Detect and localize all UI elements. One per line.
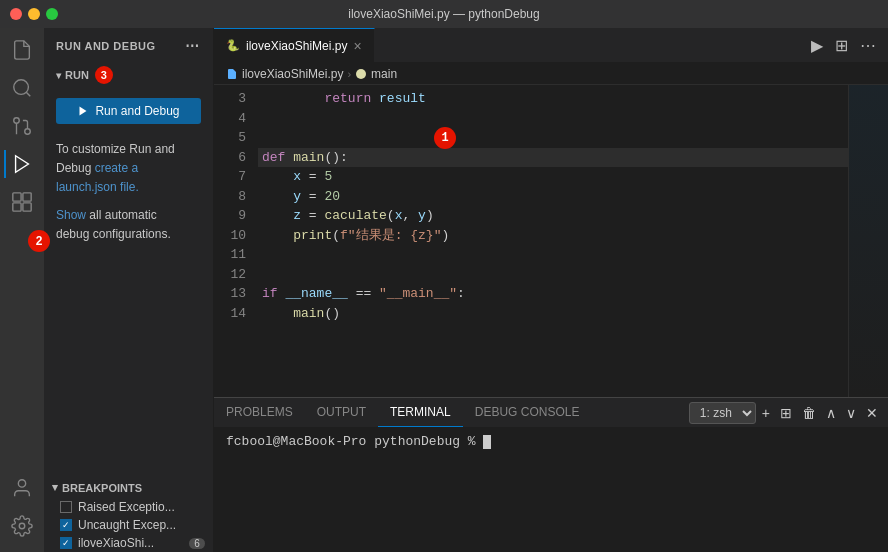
editor-tab-main[interactable]: 🐍 iloveXiaoShiMei.py × [214,28,375,62]
activity-icon-explorer[interactable] [4,32,40,68]
breakpoint-item-0: Raised Exceptio... [44,498,213,516]
activity-icon-run-debug[interactable] [4,146,40,182]
maximize-button[interactable] [46,8,58,20]
terminal-dropdown[interactable]: 1: zsh [689,402,756,424]
line-number-10: 10 [214,226,246,246]
run-debug-button-label: Run and Debug [95,104,179,118]
code-line-8: y = 20 [258,187,848,207]
breakpoints-chevron-icon: ▾ [52,481,58,494]
activity-icon-account[interactable] [4,470,40,506]
breadcrumb: iloveXiaoShiMei.py › main [214,63,888,85]
minimize-panel-icon[interactable]: ∨ [842,403,860,423]
svg-point-3 [14,118,20,124]
panel-tab-terminal[interactable]: TERMINAL [378,398,463,427]
activity-icon-source-control[interactable] [4,108,40,144]
panel-tab-output[interactable]: OUTPUT [305,398,378,427]
breakpoint-checkbox-2[interactable] [60,537,72,549]
panel-tab-right-controls: 1: zsh + ⊞ 🗑 ∧ ∨ ✕ [689,398,888,427]
panel-tabs: PROBLEMS OUTPUT TERMINAL DEBUG CONSOLE 1… [214,398,888,428]
code-line-5 [258,128,848,148]
minimize-button[interactable] [28,8,40,20]
terminal-content[interactable]: fcbool@MacBook-Pro pythonDebug % [214,428,888,552]
split-editor-icon[interactable]: ⊞ [831,34,852,57]
breakpoint-label-1: Uncaught Excep... [78,518,205,532]
svg-marker-5 [16,156,29,173]
code-content[interactable]: return result def main(): x = 5 y = 20 [258,85,848,397]
minimap [848,85,888,397]
activity-icon-settings[interactable] [4,508,40,544]
run-icon[interactable]: ▶ [807,34,827,57]
svg-point-13 [356,69,366,79]
activity-bar [0,28,44,552]
annotation-1: 1 [434,127,456,149]
activity-icon-search[interactable] [4,70,40,106]
breakpoint-item-2: iloveXiaoShi... 6 [44,534,213,552]
sidebar-settings-icon[interactable]: ⋯ [183,36,202,56]
svg-rect-8 [13,203,21,211]
code-line-9: z = caculate(x, y) [258,206,848,226]
svg-rect-7 [23,193,31,201]
code-line-6: def main(): [258,148,848,168]
sidebar-header: RUN AND DEBUG ⋯ [44,28,213,60]
tab-close-icon[interactable]: × [353,39,361,53]
breakpoints-header[interactable]: ▾ BREAKPOINTS [44,477,213,498]
terminal-cursor [483,435,491,449]
breakpoint-checkbox-0[interactable] [60,501,72,513]
new-terminal-icon[interactable]: + [758,403,774,423]
create-link[interactable]: create a [95,161,138,175]
breakpoints-section: ▾ BREAKPOINTS Raised Exceptio... Uncaugh… [44,477,213,552]
keyword-def: def [262,148,285,168]
svg-rect-9 [23,203,31,211]
code-line-10: print(f"结果是: {z}") [258,226,848,246]
maximize-panel-icon[interactable]: ∧ [822,403,840,423]
code-view[interactable]: 1 3 4 5 6 7 8 9 10 11 12 13 14 [214,85,888,397]
breadcrumb-symbol[interactable]: main [371,67,397,81]
code-line-7: x = 5 [258,167,848,187]
svg-rect-6 [13,193,21,201]
run-debug-button[interactable]: Run and Debug [56,98,201,124]
close-button[interactable] [10,8,22,20]
breakpoint-badge-2: 6 [189,538,205,549]
line-number-14: 14 [214,304,246,324]
code-line-14: main() [258,304,848,324]
line-number-3: 3 [214,89,246,109]
breakpoints-title: BREAKPOINTS [62,482,142,494]
run-section-label: RUN [65,69,89,81]
code-line-13: if __name__ == "__main__": [258,284,848,304]
run-chevron-icon: ▾ [56,70,61,81]
breadcrumb-file[interactable]: iloveXiaoShiMei.py [242,67,343,81]
sidebar-header-icons: ⋯ [183,36,202,56]
breakpoint-item-1: Uncaught Excep... [44,516,213,534]
delete-terminal-icon[interactable]: 🗑 [798,403,820,423]
title-bar: iloveXiaoShiMei.py — pythonDebug [0,0,888,28]
launch-json-link[interactable]: launch.json file. [56,180,139,194]
run-section-header[interactable]: ▾ RUN 3 [44,64,213,86]
activity-bar-bottom [4,470,40,552]
split-terminal-icon[interactable]: ⊞ [776,403,796,423]
panel-tab-problems-label: PROBLEMS [226,405,293,419]
show-text-all: all automatic [86,208,157,222]
panel-tab-debug-console[interactable]: DEBUG CONSOLE [463,398,592,427]
more-actions-icon[interactable]: ⋯ [856,34,880,57]
customize-text-1: To customize Run and [56,142,175,156]
close-panel-icon[interactable]: ✕ [862,403,882,423]
editor-body: 1 3 4 5 6 7 8 9 10 11 12 13 14 [214,85,888,552]
line-number-11: 11 [214,245,246,265]
show-link[interactable]: Show [56,208,86,222]
tab-label: iloveXiaoShiMei.py [246,39,347,53]
line-number-12: 12 [214,265,246,285]
line-number-6: 6 [214,148,246,168]
code-line-11 [258,245,848,265]
customize-text-2: Debug [56,161,95,175]
svg-point-11 [19,523,25,529]
activity-icon-extensions[interactable] [4,184,40,220]
run-section: ▾ RUN 3 [44,60,213,90]
breakpoint-checkbox-1[interactable] [60,519,72,531]
window-title: iloveXiaoShiMei.py — pythonDebug [348,7,539,21]
line-number-13: 13 [214,284,246,304]
breakpoint-label-2: iloveXiaoShi... [78,536,183,550]
terminal-panel: PROBLEMS OUTPUT TERMINAL DEBUG CONSOLE 1… [214,397,888,552]
code-line-3: return result [258,89,848,109]
keyword-if: if [262,284,278,304]
panel-tab-problems[interactable]: PROBLEMS [214,398,305,427]
